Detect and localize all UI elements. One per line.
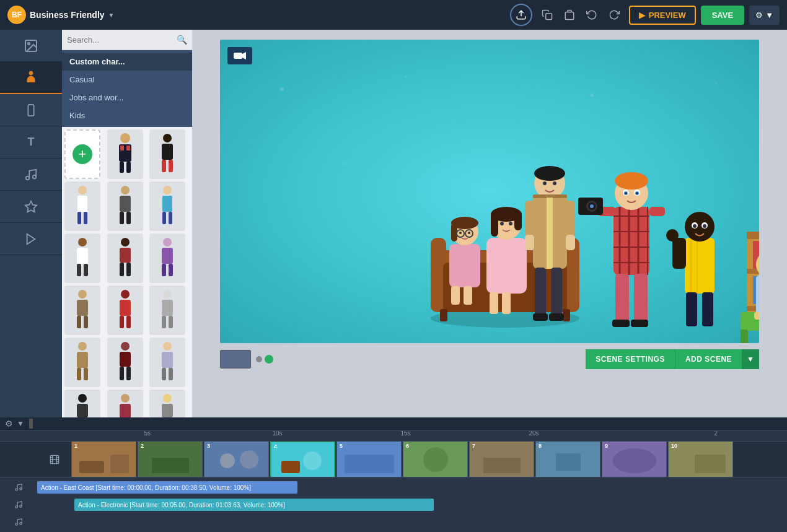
list-item[interactable] [64,233,100,283]
scene-number: 2 [141,443,144,449]
svg-point-126 [534,166,565,181]
preview-play-icon: ▶ [639,11,645,20]
svg-point-173 [703,224,706,228]
sidebar-tab-character[interactable] [0,62,62,94]
timeline-scene-8[interactable]: 8 [535,442,600,477]
settings-button[interactable]: ⚙ ▼ [749,6,780,25]
sidebar-tab-effects[interactable] [0,191,62,223]
svg-point-89 [280,87,284,91]
svg-point-82 [163,394,172,403]
svg-point-161 [590,204,594,208]
redo-icon[interactable] [604,5,624,25]
sidebar-tab-music[interactable] [0,159,62,191]
list-item[interactable] [107,390,143,417]
search-input[interactable] [67,35,177,45]
timeline-scene-4[interactable]: 4 [270,442,335,477]
list-item[interactable] [64,181,100,231]
audio-bar-1[interactable]: Action - East Coast [Start time: 00:00.0… [37,481,297,494]
timeline-settings-dropdown-icon[interactable]: ▼ [17,419,24,428]
brand-avatar: BF [7,6,26,24]
svg-rect-165 [631,320,648,327]
sidebar-tab-image[interactable] [0,30,62,62]
svg-rect-122 [490,292,498,314]
preview-button[interactable]: ▶ PREVIEW [629,6,696,25]
timeline-scene-6[interactable]: 6 [403,442,468,477]
copy-icon[interactable] [537,5,557,25]
list-item[interactable] [107,181,143,231]
scenes-strip: 1 2 3 4 5 6 7 [0,442,787,477]
list-item[interactable] [64,390,100,417]
list-item[interactable] [149,338,185,387]
list-item[interactable] [149,233,185,283]
undo-icon[interactable] [582,5,602,25]
list-item[interactable] [107,129,143,179]
timeline-scene-1[interactable]: 1 [71,442,136,477]
list-item[interactable] [64,338,100,387]
svg-point-236 [303,451,322,470]
svg-rect-43 [120,263,124,276]
svg-rect-74 [77,404,88,417]
svg-rect-228 [110,455,129,473]
brand-menu[interactable]: BF Business Friendly ▼ [7,6,115,24]
list-item[interactable] [149,390,185,417]
add-scene-dropdown-button[interactable]: ▼ [742,349,759,369]
svg-point-61 [78,342,87,351]
svg-rect-119 [514,212,522,230]
audio-track-icon-1 [0,483,37,492]
scene-thumbnail[interactable] [220,350,251,368]
svg-rect-114 [464,286,472,305]
list-item[interactable] [149,286,185,335]
list-item[interactable] [107,233,143,283]
add-scene-button[interactable]: ADD SCENE [675,349,742,369]
svg-point-254 [20,523,22,525]
svg-point-127 [543,181,547,185]
svg-rect-244 [556,453,581,471]
settings-chevron-icon: ▼ [765,11,773,20]
timeline-settings-icon[interactable]: ⚙ [5,419,13,429]
timeline-scene-5[interactable]: 5 [336,442,402,477]
svg-point-45 [163,238,172,246]
category-casual[interactable]: Casual [62,71,192,89]
save-button[interactable]: SAVE [701,6,744,25]
upload-button[interactable] [510,4,532,26]
timeline-scene-7[interactable]: 7 [469,442,534,477]
category-kids[interactable]: Kids [62,107,192,124]
timeline-scene-9[interactable]: 9 [602,442,667,477]
sidebar-tab-text[interactable]: T [0,126,62,159]
svg-marker-13 [25,201,37,211]
svg-point-37 [78,238,87,246]
scene-settings-button[interactable]: SCENE SETTINGS [586,349,675,369]
category-custom[interactable]: Custom char... [62,53,192,71]
ruler-mark-15s: 15s [401,431,411,437]
scene-number: 3 [207,443,210,449]
svg-point-11 [26,176,30,180]
timeline-scene-10[interactable]: 10 [668,442,733,477]
add-character-button[interactable]: + [64,129,100,179]
svg-point-121 [509,222,512,225]
svg-rect-115 [486,238,527,294]
dot-1 [256,356,262,362]
svg-point-12 [33,175,37,178]
svg-rect-130 [547,198,553,269]
list-item[interactable] [149,129,185,179]
list-item[interactable] [64,286,100,335]
search-icon[interactable]: 🔍 [177,35,187,45]
svg-rect-104 [449,244,480,287]
audio-bar-2[interactable]: Action - Electronic [Start time: 00:05.0… [74,499,434,511]
paste-icon[interactable] [560,5,579,25]
svg-point-169 [685,212,714,242]
svg-rect-162 [615,274,629,323]
svg-rect-70 [162,352,173,368]
list-item[interactable] [107,286,143,335]
timeline-scene-2[interactable]: 2 [138,442,203,477]
svg-point-15 [120,133,130,143]
sidebar-tab-video[interactable] [0,223,62,255]
list-item[interactable] [107,338,143,387]
list-item[interactable] [149,181,185,231]
svg-rect-131 [525,201,534,238]
category-jobs[interactable]: Jobs and wor... [62,89,192,107]
svg-point-65 [121,342,130,351]
timeline-scene-3[interactable]: 3 [204,442,269,477]
sidebar-tab-device[interactable] [0,94,62,126]
svg-point-149 [615,172,648,190]
